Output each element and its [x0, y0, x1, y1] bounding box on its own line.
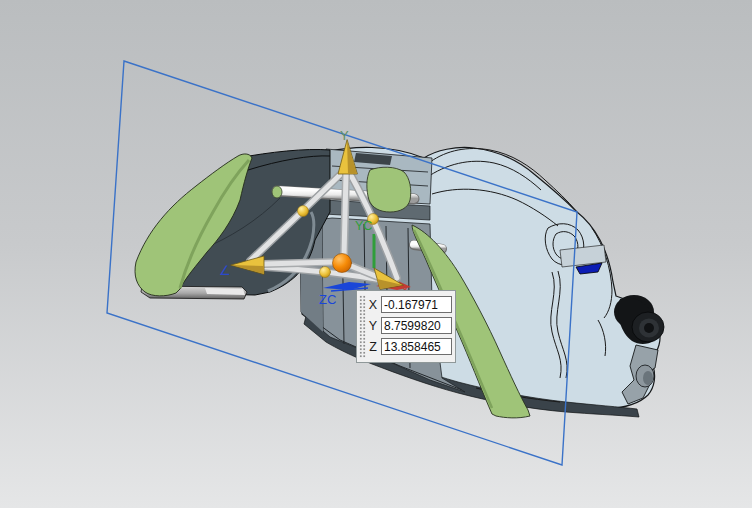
coord-x-label: X: [368, 298, 378, 312]
yc-axis-label: YC: [355, 219, 372, 233]
coord-z-input[interactable]: [381, 338, 452, 355]
origin-handle-sphere[interactable]: [333, 254, 352, 273]
zc-axis-label: ZC: [319, 292, 336, 307]
coord-x-input[interactable]: [381, 296, 452, 313]
3d-viewport: Y YC ZC X ∠ X Y Z: [0, 0, 752, 508]
cylinder-bar-end-cap: [272, 186, 282, 198]
angle-indicator-glyph: ∠: [219, 263, 231, 278]
rotation-handle-sphere[interactable]: [320, 267, 331, 278]
coordinate-input-panel: X Y Z: [356, 290, 456, 363]
rotation-handle-sphere[interactable]: [298, 206, 309, 217]
y-axis-label: Y: [340, 128, 349, 143]
coord-y-input[interactable]: [381, 317, 452, 334]
coord-row-x: X: [368, 294, 452, 315]
coord-y-label: Y: [368, 319, 378, 333]
coord-row-z: Z: [368, 336, 452, 357]
rear-stub-face: [643, 371, 653, 385]
panel-drag-handle[interactable]: [359, 295, 366, 358]
sill-bar-bright: [205, 288, 245, 295]
model-canvas: Y YC ZC X ∠: [0, 0, 752, 508]
coord-row-y: Y: [368, 315, 452, 336]
coord-z-label: Z: [368, 340, 378, 354]
green-patch[interactable]: [367, 167, 411, 212]
